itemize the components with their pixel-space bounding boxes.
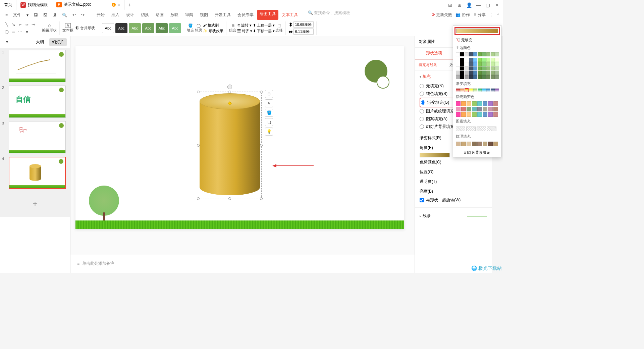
gradient-swatch[interactable] xyxy=(495,88,499,92)
collab-button[interactable]: 👥 协作 xyxy=(455,12,470,18)
ring-circle-shape[interactable] xyxy=(377,76,389,89)
move-up-button[interactable]: ⬆ 上移一层 ▾ xyxy=(253,23,275,28)
color-swatch[interactable] xyxy=(495,62,499,66)
group-button[interactable]: ⊞组合 xyxy=(229,23,236,33)
color-swatch[interactable] xyxy=(486,52,490,56)
callout-icon[interactable]: ⎓ xyxy=(10,29,17,35)
slide-thumb-2[interactable]: 自信 xyxy=(9,86,66,118)
menu-animation[interactable]: 动画 xyxy=(152,10,167,20)
pattern-swatch[interactable] xyxy=(466,127,476,131)
line-preview[interactable] xyxy=(467,216,487,216)
update-failed[interactable]: ⟳ 更新失败 xyxy=(432,12,452,18)
keynote-swatch[interactable] xyxy=(461,107,466,111)
color-swatch[interactable] xyxy=(486,75,490,79)
collapse-ribbon-icon[interactable]: ⌃ xyxy=(496,13,500,17)
color-swatch[interactable] xyxy=(473,58,477,62)
keynote-swatch[interactable] xyxy=(472,107,477,111)
merge-shape-button[interactable]: ◐ 合并形状 xyxy=(74,26,96,31)
line-tool-icon[interactable]: ╲ xyxy=(3,21,10,28)
color-swatch[interactable] xyxy=(495,66,499,70)
print-icon[interactable]: 🖶 xyxy=(51,11,59,19)
color-swatch[interactable] xyxy=(460,58,464,62)
menu-design[interactable]: 设计 xyxy=(123,10,138,20)
color-swatch[interactable] xyxy=(478,71,482,75)
color-swatch[interactable] xyxy=(465,62,469,66)
slide-thumb-4[interactable] xyxy=(9,157,66,189)
color-swatch[interactable] xyxy=(491,62,495,66)
popup-no-fill[interactable]: 无填充 xyxy=(453,36,501,44)
keynote-swatch[interactable] xyxy=(477,101,482,106)
more-shapes-icon[interactable]: ⋯ xyxy=(17,29,23,35)
color-swatch[interactable] xyxy=(495,75,499,79)
keynote-swatch[interactable] xyxy=(461,112,466,117)
close-icon[interactable]: × xyxy=(494,2,500,8)
color-swatch[interactable] xyxy=(482,62,486,66)
texture-swatch[interactable] xyxy=(467,142,471,146)
slides-panel[interactable]: 1 2自信 3{•••}{•••} {•••} {•••} 4 + xyxy=(0,48,70,217)
keynote-swatch[interactable] xyxy=(461,101,466,106)
pattern-swatch[interactable] xyxy=(477,127,486,131)
color-swatch[interactable] xyxy=(486,71,490,75)
minimize-icon[interactable]: — xyxy=(475,2,482,8)
save-as-icon[interactable]: 🖫 xyxy=(41,11,49,19)
menu-text-tool[interactable]: 文本工具 xyxy=(278,10,301,20)
menu-insert[interactable]: 插入 xyxy=(108,10,123,20)
color-swatch[interactable] xyxy=(495,58,499,62)
color-swatch[interactable] xyxy=(482,71,486,75)
notes-panel[interactable]: ≡ 单击此处添加备注 xyxy=(70,254,415,273)
float-idea-icon[interactable]: 💡 xyxy=(265,128,273,136)
apps-icon[interactable]: ⊞ xyxy=(456,2,463,8)
freeform-icon[interactable]: ⤳ xyxy=(30,21,37,28)
menu-present[interactable]: 放映 xyxy=(167,10,182,20)
keynote-swatch[interactable] xyxy=(456,112,461,117)
expand-shapes-icon[interactable]: ▾ xyxy=(23,29,30,35)
pattern-swatch[interactable] xyxy=(456,127,465,131)
color-swatch[interactable] xyxy=(460,75,464,79)
color-swatch[interactable] xyxy=(460,71,464,75)
style-preset-4[interactable]: Abc xyxy=(142,23,154,33)
keynote-swatch[interactable] xyxy=(488,101,493,106)
notes-placeholder[interactable]: 单击此处添加备注 xyxy=(82,261,114,266)
color-swatch[interactable] xyxy=(495,71,499,75)
share-button[interactable]: ⇪ 分享 xyxy=(473,12,486,18)
chevron-down-icon[interactable]: ▾ xyxy=(24,11,31,19)
color-swatch[interactable] xyxy=(473,52,477,56)
color-swatch[interactable] xyxy=(478,75,482,79)
adjust-handle[interactable] xyxy=(228,101,231,105)
menu-draw-tool[interactable]: 绘图工具 xyxy=(257,10,278,20)
save-icon[interactable]: 🖫 xyxy=(32,11,40,19)
texture-swatch[interactable] xyxy=(488,142,493,146)
pattern-swatch[interactable] xyxy=(487,127,496,131)
style-preset-5[interactable]: Abc xyxy=(156,23,168,33)
color-swatch[interactable] xyxy=(465,66,469,70)
gradient-swatch[interactable] xyxy=(456,88,460,92)
keynote-swatch[interactable] xyxy=(488,112,493,117)
style-preset-1[interactable]: Abc xyxy=(102,23,114,33)
gradient-swatch[interactable] xyxy=(482,88,486,92)
color-swatch[interactable] xyxy=(456,62,460,66)
color-swatch[interactable] xyxy=(460,66,464,70)
outline-tab[interactable]: 大纲 xyxy=(33,38,47,46)
gradient-preview[interactable] xyxy=(420,153,450,157)
gradient-swatch[interactable] xyxy=(473,88,477,92)
float-edit-icon[interactable]: ✎ xyxy=(265,99,273,107)
color-swatch[interactable] xyxy=(486,58,490,62)
keynote-swatch[interactable] xyxy=(456,101,461,106)
hamburger-icon[interactable]: ≡ xyxy=(3,11,10,19)
undo-icon[interactable]: ↶ xyxy=(70,11,78,19)
keynote-swatch[interactable] xyxy=(477,112,482,117)
keynote-swatch[interactable] xyxy=(483,107,487,111)
gradient-swatch[interactable] xyxy=(460,88,464,92)
gradient-swatch[interactable] xyxy=(478,88,482,92)
float-fill-icon[interactable]: 🪣 xyxy=(265,109,273,117)
menu-review[interactable]: 审阅 xyxy=(182,10,197,20)
tab-document[interactable]: P 演示文稿1.pptx ! × xyxy=(52,0,125,10)
slides-tab[interactable]: 幻灯片 xyxy=(49,38,67,46)
menu-vip[interactable]: 会员专享 xyxy=(234,10,257,20)
connector-icon[interactable]: ⌐ xyxy=(17,21,23,28)
keynote-swatch[interactable] xyxy=(456,107,461,111)
gradient-swatch[interactable] xyxy=(486,88,490,92)
keynote-swatch[interactable] xyxy=(467,107,471,111)
resize-handle-sw[interactable] xyxy=(197,197,200,200)
avatar-icon[interactable]: 👤 xyxy=(466,2,472,8)
